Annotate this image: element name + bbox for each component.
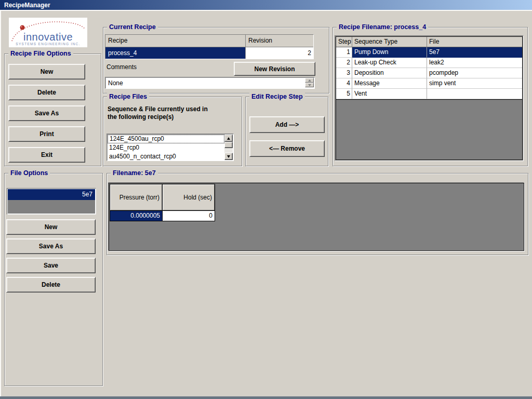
window-frame-bottom <box>0 396 532 399</box>
recipe-delete-button[interactable]: Delete <box>8 85 85 100</box>
table-row[interactable]: 5 Vent <box>336 89 522 99</box>
table-row[interactable]: 4 Message simp vent <box>336 78 522 89</box>
up-arrow-icon <box>308 79 311 82</box>
current-recipe-header-row: Recipe Revision <box>105 35 313 47</box>
list-item[interactable]: 124E_rcp0 <box>108 143 224 152</box>
recipe-files-description: Sequence & File currently used in the fo… <box>108 105 237 121</box>
step-cell[interactable]: 1 <box>336 47 352 58</box>
step-cell[interactable]: 2 <box>336 58 352 68</box>
title-bar[interactable]: RecipeManager <box>0 0 532 10</box>
recipe-steps-table-frame: Step Sequence Type File 1 Pump Down 5e7 … <box>335 35 524 161</box>
recipe-files-title: Recipe Files <box>107 93 149 100</box>
current-recipe-title: Current Recipe <box>107 23 158 31</box>
comments-field-frame <box>105 77 315 89</box>
sequence-type-cell[interactable]: Deposition <box>352 68 427 78</box>
down-arrow-icon <box>308 84 311 86</box>
remove-step-button[interactable]: <— Remove <box>249 140 325 157</box>
steps-empty-area <box>336 99 522 100</box>
company-logo: innovative SYSTEMS ENGINEERING INC. <box>9 18 87 47</box>
step-cell[interactable]: 3 <box>336 68 352 78</box>
file-options-title: File Options <box>8 169 50 177</box>
table-row[interactable]: 1 Pump Down 5e7 <box>336 47 522 58</box>
pressure-column-header: Pressure (torr) <box>110 184 162 210</box>
scrollbar-thumb[interactable] <box>224 142 233 148</box>
table-row[interactable]: 3 Deposition pcompdep <box>336 68 522 78</box>
window-title: RecipeManager <box>0 2 50 9</box>
file-save-as-button[interactable]: Save As <box>6 238 96 254</box>
recipe-files-scrollbar[interactable] <box>224 135 233 160</box>
current-recipe-name-cell[interactable]: process_4 <box>105 47 246 59</box>
list-item[interactable]: 124E_4500au_rcp0 <box>108 135 224 143</box>
file-cell[interactable] <box>427 89 522 99</box>
scroll-down-button[interactable] <box>224 153 233 160</box>
step-column-header: Step <box>336 37 352 47</box>
current-recipe-table: Recipe Revision process_4 2 <box>105 34 314 59</box>
recipe-steps-title: Recipe Filename: process_4 <box>337 23 428 31</box>
recipe-exit-button[interactable]: Exit <box>8 147 85 163</box>
window-frame-left <box>0 10 1 397</box>
step-cell[interactable]: 4 <box>336 78 352 89</box>
comments-spinner <box>305 78 314 88</box>
list-item[interactable]: au4500_n_contact_rcp0 <box>108 152 224 160</box>
new-revision-button[interactable]: New Revision <box>234 62 315 76</box>
sequence-type-column-header: Sequence Type <box>352 37 427 47</box>
recipe-steps-table: Step Sequence Type File 1 Pump Down 5e7 … <box>336 36 523 160</box>
file-cell[interactable]: pcompdep <box>427 68 522 78</box>
recipe-manager-window: RecipeManager innovative SYSTEMS ENGINEE… <box>0 0 532 399</box>
recipe-files-description-line2: the following recipe(s) <box>108 113 237 121</box>
comments-label: Comments <box>107 63 137 71</box>
window-frame-top <box>0 10 532 11</box>
edit-recipe-step-title: Edit Recipe Step <box>249 93 305 100</box>
down-arrow-icon <box>227 155 230 158</box>
recipe-file-options-title: Recipe File Options <box>8 50 73 57</box>
file-detail-table: Pressure (torr) Hold (sec) 0.0000005 0 <box>110 184 215 221</box>
file-column-header: File <box>427 37 522 47</box>
pressure-value-cell[interactable]: 0.0000005 <box>110 211 162 221</box>
scroll-up-button[interactable] <box>224 135 233 142</box>
recipe-column-header: Recipe <box>105 35 246 47</box>
logo-brand-text: innovative <box>9 31 87 43</box>
file-cell[interactable]: simp vent <box>427 78 522 89</box>
file-detail-table-area: Pressure (torr) Hold (sec) 0.0000005 0 <box>109 183 524 251</box>
hold-value-cell[interactable]: 0 <box>163 211 215 221</box>
file-list-empty-area[interactable] <box>8 200 95 214</box>
recipe-files-items: 124E_4500au_rcp0 124E_rcp0 au4500_n_cont… <box>108 135 224 160</box>
revision-column-header: Revision <box>246 35 313 47</box>
file-cell[interactable]: leak2 <box>427 58 522 68</box>
file-detail-title: Filename: 5e7 <box>111 169 158 177</box>
logo-tagline-text: SYSTEMS ENGINEERING INC. <box>9 42 87 46</box>
selected-file-item[interactable]: 5e7 <box>8 189 95 200</box>
hold-column-header: Hold (sec) <box>163 184 215 210</box>
spinner-up-button[interactable] <box>305 78 314 83</box>
recipe-new-button[interactable]: New <box>8 64 85 79</box>
add-step-button[interactable]: Add —> <box>249 116 325 133</box>
up-arrow-icon <box>227 137 230 140</box>
file-detail-data-row[interactable]: 0.0000005 0 <box>110 211 215 221</box>
file-cell[interactable]: 5e7 <box>427 47 522 58</box>
recipe-files-description-line1: Sequence & File currently used in <box>108 105 237 113</box>
current-recipe-row[interactable]: process_4 2 <box>105 47 313 59</box>
current-recipe-revision-cell[interactable]: 2 <box>246 47 313 59</box>
file-options-listbox: 5e7 <box>7 188 96 215</box>
sequence-type-cell[interactable]: Message <box>352 78 427 89</box>
sequence-type-cell[interactable]: Leak-up Check <box>352 58 427 68</box>
sequence-type-cell[interactable]: Vent <box>352 89 427 99</box>
file-new-button[interactable]: New <box>6 219 96 235</box>
recipe-save-as-button[interactable]: Save As <box>8 105 85 121</box>
recipe-files-listbox: 124E_4500au_rcp0 124E_rcp0 au4500_n_cont… <box>107 134 234 161</box>
file-delete-button[interactable]: Delete <box>6 277 96 292</box>
file-detail-header-row: Pressure (torr) Hold (sec) <box>110 184 215 210</box>
comments-input[interactable] <box>106 78 305 88</box>
table-row[interactable]: 2 Leak-up Check leak2 <box>336 58 522 68</box>
steps-header-row: Step Sequence Type File <box>336 37 522 47</box>
spinner-down-button[interactable] <box>305 83 314 87</box>
step-cell[interactable]: 5 <box>336 89 352 99</box>
recipe-print-button[interactable]: Print <box>8 126 85 142</box>
file-save-button[interactable]: Save <box>6 258 96 273</box>
sequence-type-cell[interactable]: Pump Down <box>352 47 427 58</box>
